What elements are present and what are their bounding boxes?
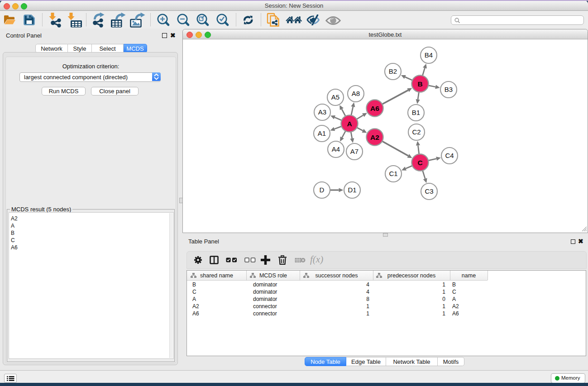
svg-text:A8: A8 bbox=[352, 90, 360, 97]
svg-text:A5: A5 bbox=[331, 93, 339, 101]
svg-text:A1: A1 bbox=[318, 129, 326, 137]
svg-text:B4: B4 bbox=[425, 51, 433, 59]
svg-text:A4: A4 bbox=[332, 145, 340, 153]
svg-text:A2: A2 bbox=[370, 133, 379, 141]
svg-text:A: A bbox=[347, 120, 352, 128]
svg-text:A3: A3 bbox=[318, 108, 326, 116]
svg-text:C4: C4 bbox=[445, 152, 454, 159]
svg-text:B2: B2 bbox=[389, 67, 397, 75]
svg-text:D1: D1 bbox=[348, 186, 356, 194]
svg-text:B3: B3 bbox=[445, 86, 453, 93]
svg-text:C1: C1 bbox=[389, 170, 397, 177]
svg-text:B: B bbox=[417, 80, 422, 88]
svg-text:A7: A7 bbox=[350, 148, 359, 155]
svg-text:D: D bbox=[320, 186, 325, 194]
svg-text:C3: C3 bbox=[425, 187, 433, 195]
svg-text:C2: C2 bbox=[412, 128, 421, 136]
svg-text:A6: A6 bbox=[370, 105, 379, 112]
svg-text:C: C bbox=[417, 159, 422, 167]
svg-text:B1: B1 bbox=[412, 109, 420, 116]
